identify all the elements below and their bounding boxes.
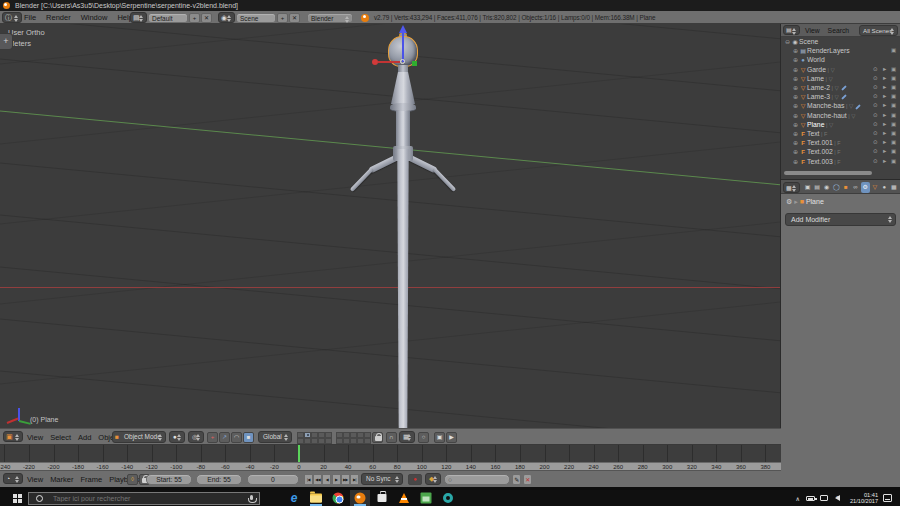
timeline-ruler[interactable]: -240-220-200-180-160-140-120-100-80-60-4… xyxy=(0,462,781,470)
manipulator-z-axis[interactable] xyxy=(402,33,404,62)
expand-icon[interactable]: ⊕ xyxy=(793,140,798,146)
visibility-eye-icon[interactable]: ⊙ xyxy=(873,74,878,83)
layer-toggle-19[interactable] xyxy=(357,438,364,444)
delete-keyframe-button[interactable]: ✕ xyxy=(523,474,532,485)
layer-toggle-20[interactable] xyxy=(364,438,371,444)
delete-scene-button[interactable]: ✕ xyxy=(289,13,300,23)
expand-icon[interactable]: ⊕ xyxy=(793,149,798,155)
view3d-menu-view[interactable]: View xyxy=(27,433,43,442)
outliner-menu-view[interactable]: View xyxy=(805,27,820,34)
selectable-arrow-icon[interactable]: ► xyxy=(882,147,887,156)
current-frame-field[interactable]: 0 xyxy=(247,474,299,485)
visibility-eye-icon[interactable]: ⊙ xyxy=(873,129,878,138)
teal-app-button[interactable] xyxy=(438,490,458,506)
selectable-arrow-icon[interactable]: ► xyxy=(882,74,887,83)
battery-icon[interactable] xyxy=(806,496,815,501)
outliner-scrollbar[interactable] xyxy=(784,171,872,175)
add-layout-button[interactable]: + xyxy=(189,13,200,23)
expand-icon[interactable]: ⊕ xyxy=(793,57,798,63)
outliner-menu-search[interactable]: Search xyxy=(828,27,850,34)
world-tab[interactable]: ◯ xyxy=(832,182,841,193)
constraints-tab[interactable]: ∞ xyxy=(851,182,860,193)
network-icon[interactable] xyxy=(820,495,828,501)
renderable-camera-icon[interactable]: ▣ xyxy=(891,74,896,83)
info-menu-window[interactable]: Window xyxy=(81,13,108,22)
visibility-eye-icon[interactable]: ⊙ xyxy=(873,147,878,156)
manipulator-x-axis[interactable] xyxy=(378,61,400,63)
play-reverse-button[interactable]: ◀ xyxy=(322,474,331,485)
insert-keyframe-button[interactable]: ✎ xyxy=(512,474,521,485)
renderable-camera-icon[interactable]: ▣ xyxy=(891,138,896,147)
start-button[interactable] xyxy=(4,490,24,506)
current-frame-playhead[interactable] xyxy=(298,445,300,462)
window-titlebar[interactable]: Blender [C:\Users\As3u5\Desktop\Serpenti… xyxy=(0,0,900,11)
snap-element-select[interactable]: ▦ xyxy=(399,431,415,443)
rotate-manipulator-icon[interactable]: ◠ xyxy=(231,432,242,443)
data-tab[interactable]: ▽ xyxy=(870,182,879,193)
expand-icon[interactable]: ⊕ xyxy=(793,122,798,128)
texture-tab[interactable]: ▦ xyxy=(889,182,898,193)
explorer-button[interactable] xyxy=(306,490,326,506)
proportional-edit-button[interactable]: ○ xyxy=(418,432,429,443)
outliner-item-world[interactable]: ⊕●World xyxy=(781,55,900,64)
tray-clock[interactable]: 01:41 21/10/2017 xyxy=(850,492,878,505)
chrome-button[interactable] xyxy=(328,490,348,506)
store-button[interactable] xyxy=(372,490,392,506)
manipulator-center[interactable] xyxy=(400,59,405,64)
taskbar-search[interactable] xyxy=(28,492,260,505)
visibility-eye-icon[interactable]: ⊙ xyxy=(873,83,878,92)
render-tab[interactable]: ▣ xyxy=(803,182,812,193)
manipulator-y-handle[interactable] xyxy=(412,61,417,66)
layer-toggle-10[interactable] xyxy=(325,438,332,444)
visibility-eye-icon[interactable]: ⊙ xyxy=(873,157,878,166)
action-center-icon[interactable] xyxy=(883,494,892,502)
outliner-item-garde[interactable]: ⊕▽Garde | ▽⊙►▣ xyxy=(781,65,900,74)
outliner-item-manche-haut[interactable]: ⊕▽Manche-haut | ▽⊙►▣ xyxy=(781,111,900,120)
visibility-eye-icon[interactable]: ⊙ xyxy=(873,101,878,110)
expand-icon[interactable]: ⊕ xyxy=(793,48,798,54)
toolshelf-expand-button[interactable]: + xyxy=(0,33,13,50)
expand-icon[interactable]: ⊕ xyxy=(793,131,798,137)
view3d-menu-add[interactable]: Add xyxy=(78,433,91,442)
editor-type-selector[interactable]: ▤ xyxy=(783,25,800,35)
renderable-camera-icon[interactable]: ▣ xyxy=(891,111,896,120)
opengl-render-image-button[interactable]: ▣ xyxy=(434,432,445,443)
selectable-arrow-icon[interactable]: ► xyxy=(882,65,887,74)
layer-toggle-17[interactable] xyxy=(343,438,350,444)
timeline-menu-marker[interactable]: Marker xyxy=(50,475,73,484)
outliner-item-lame[interactable]: ⊕▽Lame | ▽⊙►▣ xyxy=(781,74,900,83)
editor-type-selector[interactable]: ▣ xyxy=(3,431,23,442)
microphone-icon[interactable] xyxy=(250,495,253,500)
outliner-item-renderlayers[interactable]: ⊕▤RenderLayers▣ xyxy=(781,46,900,55)
scene-tab[interactable]: ◉ xyxy=(822,182,831,193)
renderable-camera-icon[interactable]: ▣ xyxy=(891,147,896,156)
collapse-icon[interactable]: ⊖ xyxy=(785,39,790,45)
selectable-arrow-icon[interactable]: ► xyxy=(882,83,887,92)
scale-manipulator-icon[interactable]: ■ xyxy=(243,432,254,443)
search-input[interactable] xyxy=(53,493,233,504)
expand-icon[interactable]: ⊕ xyxy=(793,94,798,100)
layer-toggle-9[interactable] xyxy=(318,438,325,444)
renderable-camera-icon[interactable]: ▣ xyxy=(891,46,896,55)
mode-select[interactable]: ■ Object Mode xyxy=(112,431,166,443)
outliner-item-text-003[interactable]: ⊕FText.003 | F⊙►▣ xyxy=(781,157,900,166)
outliner-item-lame-2[interactable]: ⊕▽Lame-2 | ▽⊙►▣ xyxy=(781,83,900,92)
view3d-menu-select[interactable]: Select xyxy=(50,433,71,442)
snap-toggle-button[interactable]: ∩ xyxy=(386,432,397,443)
outliner-filter-select[interactable]: All Scenes xyxy=(859,25,898,36)
renderable-camera-icon[interactable]: ▣ xyxy=(891,157,896,166)
green-app-button[interactable] xyxy=(416,490,436,506)
layer-toggle-18[interactable] xyxy=(350,438,357,444)
outliner-item-lame-3[interactable]: ⊕▽Lame-3 | ▽⊙►▣ xyxy=(781,92,900,101)
visibility-eye-icon[interactable]: ⊙ xyxy=(873,65,878,74)
outliner-item-text-002[interactable]: ⊕FText.002 | F⊙►▣ xyxy=(781,147,900,156)
jump-end-button[interactable]: ▶| xyxy=(350,474,359,485)
next-keyframe-button[interactable]: ▶▶ xyxy=(341,474,350,485)
selectable-arrow-icon[interactable]: ► xyxy=(882,111,887,120)
expand-icon[interactable]: ⊕ xyxy=(793,85,798,91)
screen-layout-browse[interactable]: ▤ xyxy=(130,12,147,23)
viewport-shading-select[interactable]: ● xyxy=(169,431,185,443)
pivot-point-select[interactable]: ◎ xyxy=(188,431,204,443)
info-menu-render[interactable]: Render xyxy=(46,13,71,22)
timeline-menu-view[interactable]: View xyxy=(27,475,43,484)
